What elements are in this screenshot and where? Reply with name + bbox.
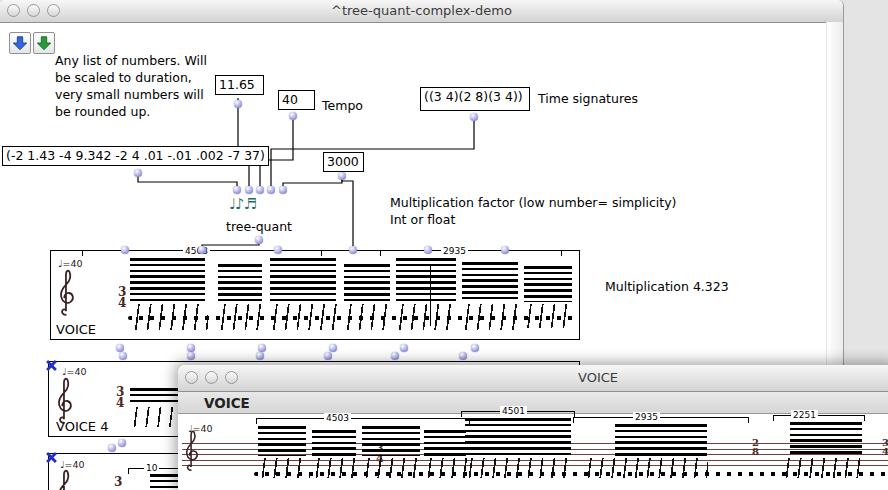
tuplet-number: 2935	[633, 412, 660, 422]
connection-ball[interactable]	[267, 186, 275, 194]
tuplet-number: 4501	[500, 406, 527, 416]
connection-ball[interactable]	[338, 172, 346, 180]
scaler-value-box[interactable]: 11.65	[215, 75, 264, 95]
treble-clef-icon	[54, 468, 76, 490]
connection-ball[interactable]	[119, 352, 127, 360]
connection-ball[interactable]	[400, 344, 408, 352]
connection-ball[interactable]	[187, 344, 195, 352]
notation-beams	[312, 430, 356, 456]
zoom-window-icon[interactable]	[225, 371, 238, 384]
tuplet-bracket	[256, 418, 470, 424]
timesig-value-box[interactable]: ((3 4)(2 8)(3 4))	[420, 87, 530, 111]
treble-clef-icon	[182, 429, 202, 473]
connection-ball[interactable]	[391, 352, 399, 360]
connection-ball[interactable]	[471, 344, 479, 352]
close-box-icon[interactable]	[46, 360, 57, 371]
time-signature-change: 34	[882, 438, 888, 456]
connection-ball[interactable]	[198, 246, 206, 254]
close-box-icon[interactable]	[46, 452, 57, 463]
notation-beams	[462, 262, 518, 302]
voice-header-label: VOICE	[204, 395, 250, 411]
notation-beams	[615, 424, 707, 458]
tuplet-number: 10	[144, 463, 159, 473]
close-window-icon[interactable]	[185, 371, 198, 384]
connection-ball[interactable]	[279, 186, 287, 194]
connection-ball[interactable]	[256, 186, 264, 194]
desktop: ^tree-quant-complex-demo Any list of num…	[0, 0, 888, 490]
notation-beams	[218, 264, 262, 302]
connection-ball[interactable]	[256, 352, 264, 360]
notation-beams	[270, 258, 336, 302]
connection-ball[interactable]	[187, 352, 195, 360]
connection-ball[interactable]	[501, 246, 509, 254]
notation-beams	[344, 264, 390, 302]
tuplet-number: 2251	[791, 410, 818, 420]
connection-ball[interactable]	[459, 352, 467, 360]
notation-beams	[130, 388, 178, 405]
notation-beams	[130, 258, 205, 302]
time-signature: 34	[118, 287, 126, 309]
connection-ball[interactable]	[424, 246, 432, 254]
notation-beams	[790, 422, 862, 456]
score-voice-label: VOICE	[56, 322, 96, 337]
connection-ball[interactable]	[118, 439, 126, 447]
notation-beams	[258, 426, 306, 456]
tuplet-number: 2935	[441, 246, 468, 256]
duration-value-box[interactable]: 3000	[323, 152, 364, 172]
connection-ball[interactable]	[245, 186, 253, 194]
tempo-value-box[interactable]: 40	[278, 90, 315, 110]
window-title: VOICE	[558, 370, 638, 385]
tuplet-number: 4503	[324, 413, 351, 423]
tree-quant-notes-icon: ♩♪♬	[229, 195, 256, 213]
connection-ball[interactable]	[329, 344, 337, 352]
notation-beams	[465, 418, 571, 456]
connection-ball[interactable]	[116, 344, 124, 352]
connection-ball[interactable]	[108, 444, 116, 452]
connection-ball[interactable]	[470, 113, 478, 121]
connection-ball[interactable]	[289, 112, 297, 120]
notation-noteheads	[128, 316, 576, 320]
minimize-window-icon[interactable]	[205, 371, 218, 384]
time-signature: 3	[114, 477, 122, 488]
notation-beams	[424, 430, 466, 456]
voice-window: VOICE VOICE ♩=40 34 4503 4501 2935 2251	[178, 365, 888, 490]
tuplet-bracket	[773, 415, 865, 421]
time-signature: 34	[116, 387, 124, 409]
connection-ball[interactable]	[234, 100, 242, 108]
notation-beams	[396, 258, 456, 302]
notation-beams	[524, 266, 572, 302]
score-voice4-label: VOICE 4	[56, 419, 108, 434]
connection-ball[interactable]	[324, 352, 332, 360]
notation-beams	[362, 426, 420, 456]
connection-ball[interactable]	[349, 246, 357, 254]
number-list-box[interactable]: (-2 1.43 -4 9.342 -2 4 .01 -.01 .002 -7 …	[2, 146, 269, 166]
notation-noteheads	[254, 472, 888, 476]
notation-stems	[126, 407, 180, 427]
time-signature-change: 28	[752, 438, 759, 456]
tuplet-bracket	[573, 417, 749, 423]
connection-ball[interactable]	[255, 236, 263, 244]
connection-ball[interactable]	[233, 186, 241, 194]
connection-ball[interactable]	[134, 169, 142, 177]
connection-ball[interactable]	[258, 344, 266, 352]
notation-beams	[150, 474, 180, 488]
connection-ball[interactable]	[121, 246, 129, 254]
connection-ball[interactable]	[274, 246, 282, 254]
tuplet-bracket	[380, 250, 562, 256]
voice-titlebar[interactable]: VOICE	[178, 365, 888, 392]
treble-clef-icon	[56, 268, 78, 318]
